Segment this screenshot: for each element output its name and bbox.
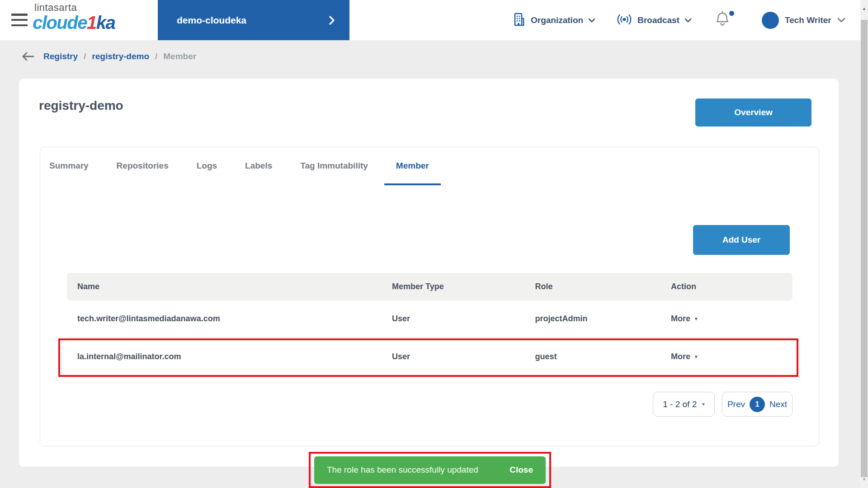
tab-summary[interactable]: Summary	[49, 161, 89, 185]
member-panel: Summary Repositories Logs Labels Tag Imm…	[40, 147, 819, 446]
add-user-button[interactable]: Add User	[693, 225, 790, 255]
more-dropdown[interactable]: More ▾	[671, 352, 793, 361]
chevron-down-icon: ▾	[695, 316, 698, 322]
member-type: User	[392, 352, 535, 361]
toast-message: The role has been successfully updated	[327, 465, 478, 475]
vertical-scrollbar[interactable]: ▲ ▼	[860, 0, 868, 488]
back-arrow-icon[interactable]	[21, 52, 35, 61]
organization-building-icon	[512, 12, 526, 28]
column-header-action: Action	[671, 282, 793, 291]
chevron-down-icon: ▾	[695, 354, 698, 360]
current-page-button[interactable]: 1	[750, 397, 765, 412]
scrollbar-thumb[interactable]	[861, 20, 868, 477]
breadcrumb-registry-demo[interactable]: registry-demo	[92, 52, 149, 61]
member-type: User	[392, 314, 535, 324]
tab-logs[interactable]: Logs	[197, 161, 217, 185]
logo-cloudeka-text: cloude1ka	[33, 14, 115, 32]
user-menu[interactable]: Tech Writer	[762, 0, 845, 40]
overview-button[interactable]: Overview	[695, 99, 811, 127]
hamburger-menu-icon[interactable]	[11, 14, 28, 26]
table-row: tech.writer@lintasmediadanawa.com User p…	[67, 300, 793, 338]
notifications-button[interactable]	[715, 11, 735, 29]
members-table: Name Member Type Role Action tech.writer…	[67, 273, 793, 376]
page-range-dropdown[interactable]: 1 - 2 of 2 ▾	[653, 392, 715, 417]
tab-member[interactable]: Member	[396, 161, 429, 185]
user-name: Tech Writer	[785, 15, 831, 25]
tab-repositories[interactable]: Repositories	[117, 161, 169, 185]
breadcrumb-separator: /	[84, 52, 86, 61]
member-role: projectAdmin	[535, 314, 671, 324]
pagination: 1 - 2 of 2 ▾ Prev 1 Next	[653, 392, 793, 417]
organization-menu[interactable]: Organization	[512, 0, 595, 40]
breadcrumb-separator: /	[155, 52, 157, 61]
content-card: registry-demo Overview Summary Repositor…	[19, 79, 839, 467]
more-label: More	[671, 352, 690, 361]
logo-lintasarta-text: lintasarta	[34, 3, 115, 13]
member-email: tech.writer@lintasmediadanawa.com	[77, 314, 392, 324]
registry-tabs: Summary Repositories Logs Labels Tag Imm…	[40, 147, 819, 185]
member-email: la.internal@mailinator.com	[77, 352, 392, 361]
tab-tag-immutability[interactable]: Tag Immutability	[300, 161, 368, 185]
project-name: demo-cloudeka	[177, 15, 246, 26]
breadcrumb-registry[interactable]: Registry	[43, 52, 78, 61]
scroll-up-arrow-icon[interactable]: ▲	[860, 4, 868, 14]
next-page-button[interactable]: Next	[769, 399, 787, 409]
bell-icon	[717, 13, 728, 22]
table-row-highlighted: la.internal@mailinator.com User guest Mo…	[67, 338, 793, 376]
member-role: guest	[535, 352, 671, 361]
chevron-down-icon	[684, 16, 692, 24]
broadcast-menu[interactable]: Broadcast	[616, 0, 692, 40]
chevron-down-icon	[837, 16, 845, 24]
red-highlight-annotation: The role has been successfully updated C…	[309, 452, 551, 488]
chevron-down-icon	[588, 16, 595, 24]
notification-badge	[729, 11, 734, 16]
breadcrumb-current: Member	[163, 52, 196, 61]
prev-page-button[interactable]: Prev	[727, 399, 745, 409]
project-selector[interactable]: demo-cloudeka	[158, 0, 349, 40]
column-header-role: Role	[535, 282, 671, 291]
top-header: lintasarta cloude1ka demo-cloudeka Organ…	[0, 0, 860, 40]
breadcrumb: Registry / registry-demo / Member	[0, 40, 860, 72]
page-range-label: 1 - 2 of 2	[663, 399, 697, 409]
chevron-down-icon: ▾	[702, 401, 705, 407]
more-label: More	[671, 314, 690, 324]
avatar	[762, 12, 779, 29]
column-header-name: Name	[77, 282, 392, 291]
column-header-member-type: Member Type	[392, 282, 535, 291]
pager: Prev 1 Next	[722, 392, 793, 417]
organization-label: Organization	[531, 15, 583, 25]
broadcast-label: Broadcast	[637, 15, 679, 25]
success-toast: The role has been successfully updated C…	[314, 456, 546, 484]
more-dropdown[interactable]: More ▾	[671, 314, 793, 324]
tab-labels[interactable]: Labels	[245, 161, 272, 185]
chevron-right-icon	[329, 15, 335, 25]
table-header-row: Name Member Type Role Action	[67, 273, 793, 300]
broadcast-icon	[616, 13, 632, 28]
toast-close-button[interactable]: Close	[509, 465, 533, 475]
page-title: registry-demo	[39, 99, 123, 113]
app-logo[interactable]: lintasarta cloude1ka	[33, 3, 115, 32]
scroll-down-arrow-icon[interactable]: ▼	[860, 474, 868, 484]
